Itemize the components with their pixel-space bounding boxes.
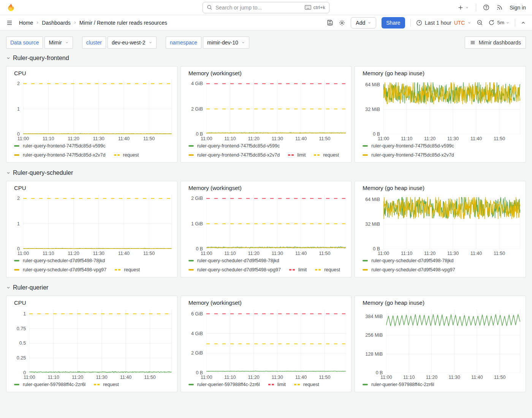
panel-title[interactable]: Memory (go heap inuse) <box>355 296 526 307</box>
plot-area[interactable] <box>29 310 171 373</box>
legend-label: ruler-query-frontend-747f5dc85d-x2v7d <box>197 152 280 158</box>
variable-value-dropdown[interactable]: Mimir <box>44 36 73 49</box>
panel-title[interactable]: CPU <box>6 181 177 192</box>
plot-area[interactable] <box>23 80 172 134</box>
plot-area[interactable] <box>383 80 520 134</box>
legend-item[interactable]: ruler-query-scheduler-d7d9f5498-vpg97 <box>188 267 281 272</box>
legend-item[interactable]: request <box>114 152 139 158</box>
variable-value-dropdown[interactable]: mimir-dev-10 <box>203 36 249 49</box>
plot-area[interactable] <box>386 310 520 373</box>
legend-item[interactable]: ruler-query-frontend-747f5dc85d-x2v7d <box>188 152 280 158</box>
time-series-chart[interactable]: 2 GiB1 GiB0 B11:0011:1011:2011:3011:4011… <box>181 192 352 256</box>
legend-item[interactable]: ruler-query-frontend-747f5dc85d-v599c <box>363 143 454 149</box>
legend-item[interactable]: request <box>94 382 119 387</box>
legend-item[interactable]: limit <box>289 267 307 272</box>
y-tick-label: 0.25 <box>17 355 26 361</box>
legend-marker <box>188 269 194 271</box>
panel-memory-go-heap-inuse-: Memory (go heap inuse)64 MiB32 MiB0 B11:… <box>355 66 526 163</box>
legend-item[interactable]: ruler-query-scheduler-d7d9f5498-78jkd <box>188 258 279 263</box>
grafana-logo[interactable] <box>6 3 15 12</box>
legend-label: ruler-query-scheduler-d7d9f5498-78jkd <box>23 258 105 263</box>
legend-item[interactable]: ruler-query-frontend-747f5dc85d-x2v7d <box>14 152 106 158</box>
save-dashboard-button[interactable] <box>327 19 333 26</box>
time-series-chart[interactable]: 4 GiB2 GiB0 B11:0011:1011:2011:3011:4011… <box>181 77 352 142</box>
panel-title[interactable]: CPU <box>6 66 177 77</box>
legend-item[interactable]: ruler-query-scheduler-d7d9f5498-78jkd <box>14 258 105 263</box>
share-button[interactable]: Share <box>382 17 405 28</box>
global-search[interactable]: ctrl+k <box>203 2 329 13</box>
legend-item[interactable]: request <box>315 267 340 272</box>
row-header[interactable]: Ruler-querier <box>6 283 526 293</box>
refresh-button[interactable] <box>488 19 495 26</box>
collapse-toolbar-button[interactable] <box>521 20 526 25</box>
legend-item[interactable]: ruler-query-frontend-747f5dc85d-v599c <box>14 143 106 149</box>
dashboard-settings-button[interactable] <box>339 19 345 26</box>
legend-item[interactable]: ruler-querier-597988ff4c-2zr6l <box>14 382 86 387</box>
plot-area[interactable] <box>206 310 346 373</box>
search-input[interactable] <box>215 5 302 11</box>
breadcrumb-current: Mimir / Remote ruler reads resources <box>79 20 167 26</box>
legend-item[interactable]: ruler-query-scheduler-d7d9f5498-vpg97 <box>14 267 106 272</box>
legend-item[interactable]: ruler-query-scheduler-d7d9f5498-78jkd <box>363 258 453 263</box>
x-tick-label: 11:20 <box>248 251 259 256</box>
mega-menu-button[interactable] <box>6 19 13 26</box>
legend-item[interactable]: ruler-query-scheduler-d7d9f5498-vpg97 <box>363 267 455 272</box>
variable-label[interactable]: cluster <box>82 36 106 49</box>
y-tick-label: 2 GiB <box>191 350 203 356</box>
row-header[interactable]: Ruler-query-frontend <box>6 53 526 63</box>
breadcrumb-dashboards[interactable]: Dashboards <box>42 20 71 26</box>
mimir-dashboards-button[interactable]: Mimir dashboards <box>465 36 526 49</box>
legend-item[interactable]: request <box>314 152 339 158</box>
time-series-chart[interactable]: 384 MiB256 MiB128 MiB0 B11:0011:1011:201… <box>355 307 526 380</box>
plot-area[interactable] <box>23 195 172 249</box>
time-series-chart[interactable]: 21011:0011:1011:2011:3011:4011:50 <box>6 77 177 142</box>
variable-value-dropdown[interactable]: dev-eu-west-2 <box>108 36 157 49</box>
new-menu-button[interactable] <box>458 5 469 11</box>
help-button[interactable] <box>483 4 489 11</box>
breadcrumb-home[interactable]: Home <box>19 20 33 26</box>
plot-area[interactable] <box>383 195 520 249</box>
plot-area[interactable] <box>206 80 346 134</box>
panel-title[interactable]: Memory (workingset) <box>181 181 352 192</box>
legend-item[interactable]: request <box>115 267 140 272</box>
news-button[interactable] <box>496 4 503 11</box>
variable-label[interactable]: namespace <box>166 36 201 49</box>
x-tick-label: 11:40 <box>295 375 307 380</box>
legend-item[interactable]: request <box>294 382 319 387</box>
plot-area[interactable] <box>206 195 346 249</box>
row-header[interactable]: Ruler-query-scheduler <box>6 168 526 178</box>
time-range-picker[interactable]: Last 1 hour UTC <box>416 20 472 26</box>
sign-in-link[interactable]: Sign in <box>510 5 526 11</box>
legend-item[interactable]: limit <box>288 152 306 158</box>
x-tick-label: 11:20 <box>248 375 259 380</box>
time-series-chart[interactable]: 10.750.50.25011:0011:1011:2011:3011:4011… <box>6 307 177 380</box>
legend-item[interactable]: ruler-querier-597988ff4c-2zr6l <box>363 382 434 387</box>
panel-title[interactable]: CPU <box>6 296 177 307</box>
zoom-out-time-button[interactable] <box>477 19 483 26</box>
legend-label: ruler-query-frontend-747f5dc85d-v599c <box>23 143 106 149</box>
legend-label: ruler-query-scheduler-d7d9f5498-vpg97 <box>371 267 455 272</box>
legend-item[interactable]: ruler-querier-597988ff4c-2zr6l <box>188 382 260 387</box>
legend-marker-dashed <box>115 269 120 271</box>
time-series-chart[interactable]: 64 MiB32 MiB0 B11:0011:1011:2011:3011:40… <box>355 77 526 142</box>
legend-label: ruler-querier-597988ff4c-2zr6l <box>371 382 434 387</box>
panel-title[interactable]: Memory (go heap inuse) <box>355 66 526 77</box>
x-tick-label: 11:10 <box>43 136 54 141</box>
y-tick-label: 0.5 <box>19 340 26 346</box>
legend: ruler-query-frontend-747f5dc85d-v599crul… <box>6 142 177 162</box>
add-panel-button[interactable]: Add <box>351 17 376 28</box>
panel-title[interactable]: Memory (workingset) <box>181 296 352 307</box>
panel-title[interactable]: Memory (workingset) <box>181 66 352 77</box>
legend-item[interactable]: ruler-query-frontend-747f5dc85d-x2v7d <box>363 152 454 158</box>
legend-item[interactable]: limit <box>268 382 286 387</box>
panel-title[interactable]: Memory (go heap inuse) <box>355 181 526 192</box>
refresh-icon <box>488 19 495 26</box>
time-series-chart[interactable]: 64 MiB32 MiB0 B11:0011:1011:2011:3011:40… <box>355 192 526 256</box>
legend: ruler-querier-597988ff4c-2zr6llimitreque… <box>181 380 352 392</box>
legend-label: ruler-query-frontend-747f5dc85d-v599c <box>197 143 280 149</box>
legend-item[interactable]: ruler-query-frontend-747f5dc85d-v599c <box>188 143 280 149</box>
variable-label[interactable]: Data source <box>6 36 43 49</box>
time-series-chart[interactable]: 6 GiB4 GiB2 GiB0 B11:0011:1011:2011:3011… <box>181 307 352 380</box>
time-series-chart[interactable]: 21011:0011:1011:2011:3011:4011:50 <box>6 192 177 256</box>
refresh-interval-picker[interactable]: 5m <box>497 20 510 25</box>
